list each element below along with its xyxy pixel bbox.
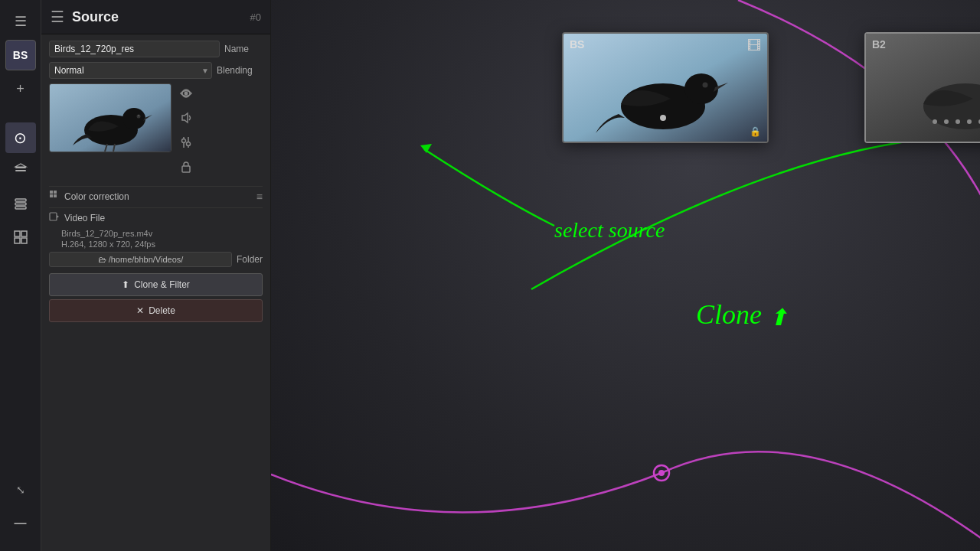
clone-filter-button[interactable]: ⬆ Clone & Filter [49,273,263,296]
side-icons [176,83,193,180]
svg-point-45 [933,119,937,124]
source-panel: ☰ Source #0 Name Normal Add Multiply Scr… [41,0,271,551]
svg-rect-8 [15,238,20,243]
file-name-text: Birds_12_720p_res.m4v [61,229,263,238]
svg-point-32 [654,465,669,481]
clone-filter-label: Clone & Filter [134,279,190,290]
delete-icon: ✕ [136,305,144,316]
name-label: Name [224,44,263,54]
source-name-input[interactable] [49,41,220,57]
svg-rect-5 [15,207,26,209]
b2-preview-label: B2 [872,38,886,51]
svg-point-46 [944,119,949,124]
svg-rect-26 [50,191,53,194]
clone-label: Clone [696,299,762,330]
color-correction-row: Color correction ≡ [49,186,263,206]
stack-icon [13,196,28,215]
video-file-icon [49,211,60,224]
svg-rect-28 [50,194,53,197]
svg-point-18 [185,92,188,96]
bs-preview-film-icon[interactable]: 🎞 [747,38,761,54]
target-icon-btn[interactable]: ⊙ [5,122,36,153]
lock-icon[interactable] [179,160,193,177]
color-correction-icon [49,190,60,203]
folder-icon: 🗁 [98,255,106,264]
resize-icon: ⤡ [16,484,25,496]
delete-button[interactable]: ✕ Delete [49,299,263,322]
svg-point-19 [182,139,186,143]
source-thumbnail [49,83,172,152]
name-row: Name [49,41,263,57]
bs-button[interactable]: BS [5,40,36,70]
svg-point-12 [122,108,145,129]
clone-filter-icon: ⬆ [122,279,129,290]
svg-point-20 [187,142,191,146]
clone-annotation-text: Clone ⬆ [696,298,788,331]
color-correction-label: Color correction [64,191,252,202]
minimize-icon: — [15,517,27,530]
icon-bar: ☰ BS + ⊙ [0,0,41,551]
menu-button[interactable]: ☰ [5,6,36,37]
eye-icon[interactable] [179,86,193,103]
svg-rect-4 [15,203,26,205]
svg-rect-9 [21,238,27,243]
svg-rect-1 [15,170,26,171]
minimize-icon-btn[interactable]: — [5,508,36,539]
folder-path-button[interactable]: 🗁 /home/bhbn/Videos/ [49,252,232,267]
bs-label: BS [13,49,28,61]
b2-preview-box[interactable]: 🔒 B2 ⧉ [864,32,980,143]
video-file-label: Video File [64,213,263,223]
select-source-text: select source [554,218,665,243]
resize-icon-btn[interactable]: ⤡ [5,474,36,505]
svg-rect-3 [15,199,26,201]
svg-rect-30 [50,213,57,220]
add-icon: + [16,81,24,97]
panel-header: ☰ Source #0 [41,0,270,34]
grid-icon [13,230,28,249]
video-file-row: Video File [49,207,263,227]
svg-marker-34 [420,144,432,153]
svg-point-48 [967,119,972,124]
filter-icon[interactable] [179,135,193,152]
bs-preview-box[interactable]: 🔒 BS 🎞 [562,32,769,143]
menu-icon: ☰ [15,13,27,30]
menu-toggle-icon[interactable]: ☰ [51,8,64,26]
svg-rect-29 [54,194,57,197]
panel-body: Name Normal Add Multiply Screen Overlay … [41,34,270,551]
svg-rect-7 [21,231,27,236]
blending-row: Normal Add Multiply Screen Overlay ▼ Ble… [49,62,263,79]
panel-id: #0 [250,11,261,23]
source-preview-row [49,83,263,180]
clone-icon: ⬆ [769,305,788,330]
color-correction-menu[interactable]: ≡ [256,191,263,203]
add-source-button[interactable]: + [5,73,36,104]
target-icon: ⊙ [14,129,27,147]
svg-rect-27 [54,191,57,194]
svg-rect-25 [182,166,190,172]
svg-point-14 [138,115,139,116]
folder-row: 🗁 /home/bhbn/Videos/ Folder [49,252,263,267]
audio-icon[interactable] [179,111,193,128]
svg-point-33 [658,470,665,476]
blending-label: Blending [217,65,263,76]
stack-icon-btn[interactable] [5,190,36,220]
svg-rect-6 [15,231,20,236]
svg-point-38 [684,73,718,104]
layers-icon-btn[interactable] [5,156,36,187]
bs-lock-icon: 🔒 [750,126,761,137]
svg-point-40 [660,115,666,121]
layers-icon [13,162,28,181]
thumbnail-svg [50,84,172,152]
main-canvas: 🔒 BS 🎞 [271,0,980,551]
folder-label: Folder [237,254,263,265]
svg-marker-31 [57,215,59,218]
delete-label: Delete [149,305,175,316]
svg-point-39 [703,83,708,88]
action-buttons: ⬆ Clone & Filter ✕ Delete [49,273,263,322]
bs-preview-label: BS [570,38,584,51]
grid-icon-btn[interactable] [5,223,36,254]
svg-point-47 [956,119,960,124]
bs-preview-image: 🔒 [564,34,767,142]
svg-marker-2 [15,164,26,167]
blending-select[interactable]: Normal Add Multiply Screen Overlay [49,62,212,79]
